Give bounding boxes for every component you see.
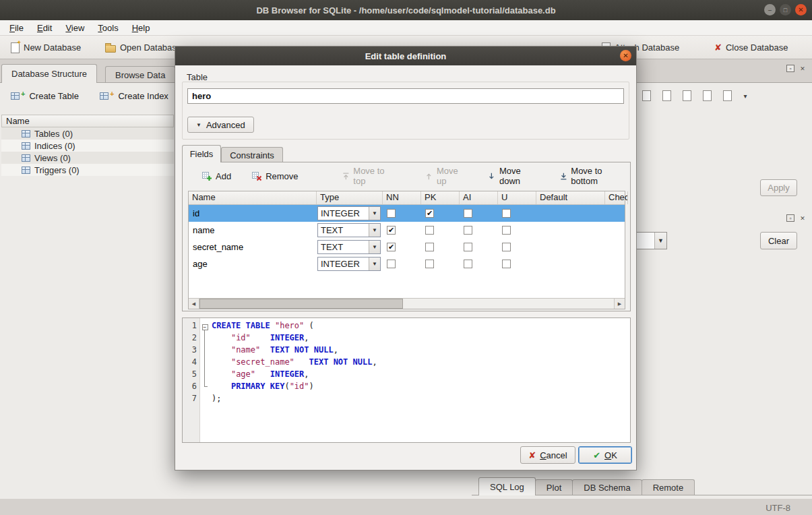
combo-arrow-icon[interactable]: ▼ xyxy=(369,258,380,270)
field-row-secret_name[interactable]: secret_nameTEXT▼✔ xyxy=(189,239,625,255)
bottom-tab-plot[interactable]: Plot xyxy=(535,479,573,495)
menu-file[interactable]: File xyxy=(3,22,30,34)
encoding-indicator[interactable]: UTF-8 xyxy=(766,503,790,513)
combo-arrow-icon[interactable]: ▼ xyxy=(369,207,380,220)
type-combo[interactable]: TEXT▼ xyxy=(317,240,381,254)
tab-fields[interactable]: Fields xyxy=(182,145,221,162)
grid-col-type[interactable]: Type xyxy=(317,191,383,204)
default-cell[interactable] xyxy=(536,239,605,255)
minimize-icon[interactable]: – xyxy=(764,4,776,16)
menu-tools[interactable]: Tools xyxy=(91,22,125,34)
dock-close-icon[interactable]: ✕ xyxy=(799,214,807,222)
close-database-button[interactable]: ✘ Close Database xyxy=(709,38,793,57)
scroll-right-icon[interactable]: ▶ xyxy=(614,299,625,309)
table-name-input[interactable] xyxy=(187,88,624,104)
dialog-titlebar[interactable]: Edit table definition ✕ xyxy=(175,47,636,65)
menu-help[interactable]: Help xyxy=(125,22,157,34)
grid-col-pk[interactable]: PK xyxy=(421,191,460,204)
move-to-bottom-button[interactable]: Move to bottom xyxy=(555,163,630,189)
field-name-cell[interactable]: secret_name xyxy=(189,239,317,255)
tab-database-structure[interactable]: Database Structure xyxy=(1,64,97,83)
tree-item-triggers[interactable]: Triggers (0) xyxy=(1,164,174,176)
check-cell[interactable] xyxy=(605,255,625,272)
import-icon[interactable] xyxy=(639,88,654,103)
tree-header-name[interactable]: Name xyxy=(1,115,174,127)
type-combo[interactable]: INTEGER▼ xyxy=(317,206,381,220)
tree-item-indices[interactable]: Indices (0) xyxy=(1,140,174,152)
check-cell[interactable] xyxy=(605,239,625,255)
tab-browse-data[interactable]: Browse Data xyxy=(105,66,175,83)
field-row-id[interactable]: idINTEGER▼✔ xyxy=(189,205,625,222)
window-titlebar[interactable]: DB Browser for SQLite - /home/user/code/… xyxy=(0,0,812,20)
bottom-tab-db-schema[interactable]: DB Schema xyxy=(572,479,642,495)
ai-checkbox[interactable] xyxy=(464,226,472,235)
type-combo[interactable]: TEXT▼ xyxy=(317,223,381,237)
scrollbar-thumb[interactable] xyxy=(199,299,403,309)
dialog-close-icon[interactable]: ✕ xyxy=(620,50,631,61)
nn-checkbox[interactable] xyxy=(387,260,396,268)
field-name-cell[interactable]: name xyxy=(189,222,317,239)
scrollbar-track[interactable] xyxy=(199,299,614,309)
field-name-cell[interactable]: id xyxy=(189,205,317,222)
field-name-cell[interactable]: age xyxy=(189,255,317,272)
check-cell[interactable] xyxy=(605,205,625,222)
dock-close-icon[interactable]: ✕ xyxy=(799,65,807,72)
nn-checkbox[interactable]: ✔ xyxy=(387,243,396,251)
menu-edit[interactable]: Edit xyxy=(30,22,59,34)
cancel-button[interactable]: ✘ Cancel xyxy=(520,446,575,464)
u-checkbox[interactable] xyxy=(502,209,511,218)
create-table-button[interactable]: + Create Table xyxy=(5,88,84,104)
u-checkbox[interactable] xyxy=(502,260,511,268)
new-database-button[interactable]: New Database xyxy=(5,38,86,57)
pk-checkbox[interactable] xyxy=(425,260,434,268)
horizontal-scrollbar[interactable]: ◀ ▶ xyxy=(189,298,625,309)
apply-button[interactable]: Apply xyxy=(760,179,797,196)
tree-item-tables[interactable]: Tables (0) xyxy=(1,127,174,140)
paste-icon[interactable] xyxy=(720,88,735,103)
pk-checkbox[interactable]: ✔ xyxy=(425,209,434,218)
dock-float-icon[interactable]: ▫ xyxy=(786,214,794,222)
combo-arrow-icon[interactable]: ▼ xyxy=(369,241,380,253)
remove-field-button[interactable]: Remove xyxy=(247,168,302,184)
add-field-button[interactable]: Add xyxy=(197,168,235,184)
nn-checkbox[interactable] xyxy=(387,209,396,218)
grid-col-u[interactable]: U xyxy=(498,191,536,204)
check-cell[interactable] xyxy=(605,222,625,239)
advanced-toggle[interactable]: ▼ Advanced xyxy=(187,117,254,133)
maximize-icon[interactable]: □ xyxy=(780,4,791,16)
grid-col-default[interactable]: Default xyxy=(536,191,605,204)
default-cell[interactable] xyxy=(536,255,605,272)
ai-checkbox[interactable] xyxy=(464,209,472,218)
field-row-name[interactable]: nameTEXT▼✔ xyxy=(189,222,625,239)
type-combo[interactable]: INTEGER▼ xyxy=(317,257,381,271)
fold-collapse-icon[interactable]: − xyxy=(202,324,208,330)
set-null-icon[interactable] xyxy=(679,88,694,103)
ai-checkbox[interactable] xyxy=(464,243,472,251)
open-database-button[interactable]: Open Database xyxy=(100,38,187,57)
tree-item-views[interactable]: Views (0) xyxy=(1,152,174,164)
menu-view[interactable]: View xyxy=(59,22,91,34)
grid-col-nn[interactable]: NN xyxy=(383,191,421,204)
pk-checkbox[interactable] xyxy=(425,226,434,235)
bottom-tab-remote[interactable]: Remote xyxy=(642,479,695,495)
dock-float-icon[interactable]: ▫ xyxy=(786,65,794,72)
ai-checkbox[interactable] xyxy=(464,260,472,268)
default-cell[interactable] xyxy=(536,222,605,239)
create-index-button[interactable]: + Create Index xyxy=(94,88,174,104)
field-row-age[interactable]: ageINTEGER▼ xyxy=(189,255,625,272)
tab-constraints[interactable]: Constraints xyxy=(221,147,283,162)
close-icon[interactable]: ✕ xyxy=(795,4,807,16)
u-checkbox[interactable] xyxy=(502,243,511,251)
export-icon[interactable] xyxy=(659,88,674,103)
u-checkbox[interactable] xyxy=(502,226,511,235)
nn-checkbox[interactable]: ✔ xyxy=(387,226,396,235)
mode-dropdown-icon[interactable]: ▾ xyxy=(740,88,751,103)
grid-col-check[interactable]: Check xyxy=(605,191,628,204)
copy-icon[interactable] xyxy=(699,88,714,103)
grid-col-name[interactable]: Name xyxy=(189,191,317,204)
ok-button[interactable]: ✔ OK xyxy=(578,446,632,464)
clear-button[interactable]: Clear xyxy=(760,232,797,249)
bottom-tab-sql-log[interactable]: SQL Log xyxy=(478,477,536,495)
move-to-top-button[interactable]: Move to top xyxy=(338,163,400,189)
combo-arrow-icon[interactable]: ▼ xyxy=(369,224,380,237)
